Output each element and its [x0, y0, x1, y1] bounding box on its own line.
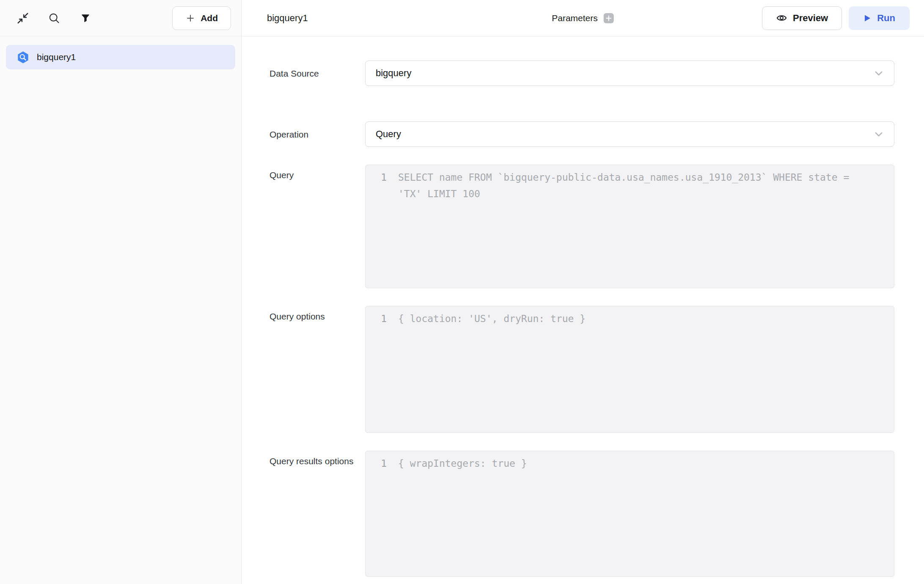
sidebar-toolbar: Add [0, 0, 241, 36]
data-source-select[interactable]: bigquery [365, 61, 894, 86]
query-results-options-row: Query results options 1 { wrapIntegers: … [270, 451, 894, 577]
data-source-value: bigquery [376, 68, 411, 79]
query-item-label: bigquery1 [37, 52, 76, 62]
operation-row: Operation Query [270, 121, 894, 147]
query-form: Data Source bigquery Operation Query [242, 36, 924, 584]
query-results-options-code-editor[interactable]: 1 { wrapIntegers: true } [365, 451, 894, 577]
query-options-code-editor[interactable]: 1 { location: 'US', dryRun: true } [365, 306, 894, 433]
data-source-label: Data Source [270, 61, 357, 86]
parameters-label: Parameters [552, 13, 598, 23]
query-results-options-placeholder-text: { wrapIntegers: true } [398, 455, 527, 472]
query-options-placeholder-text: { location: 'US', dryRun: true } [398, 311, 586, 327]
run-button-label: Run [877, 13, 895, 24]
operation-value: Query [376, 129, 401, 140]
collapse-arrows-icon [16, 12, 29, 25]
query-label: Query [270, 165, 357, 288]
search-button[interactable] [47, 11, 62, 26]
add-parameter-button[interactable] [604, 13, 614, 23]
app-root: Add bigquery1 bigquery1 Parameters [0, 0, 924, 584]
preview-button-label: Preview [793, 13, 828, 24]
query-results-options-label: Query results options [270, 451, 357, 577]
filter-funnel-icon [80, 13, 91, 23]
bigquery-icon [16, 51, 30, 64]
query-code-editor[interactable]: 1 SELECT name FROM `bigquery-public-data… [365, 165, 894, 288]
query-options-label: Query options [270, 306, 357, 433]
line-number: 1 [366, 311, 387, 327]
run-button[interactable]: Run [849, 6, 910, 30]
chevron-down-icon [873, 128, 885, 140]
query-list: bigquery1 [0, 36, 241, 78]
line-number: 1 [366, 169, 387, 186]
operation-label: Operation [270, 121, 357, 147]
plus-icon [185, 13, 195, 23]
operation-select[interactable]: Query [365, 121, 894, 147]
query-row: Query 1 SELECT name FROM `bigquery-publi… [270, 165, 894, 288]
query-list-item-bigquery1[interactable]: bigquery1 [6, 45, 235, 69]
query-placeholder-text: SELECT name FROM `bigquery-public-data.u… [398, 169, 864, 202]
preview-button[interactable]: Preview [762, 6, 842, 30]
parameters-group: Parameters [552, 13, 614, 23]
query-sidebar: Add bigquery1 [0, 0, 242, 584]
eye-icon [776, 12, 787, 24]
search-icon [48, 12, 60, 24]
editor-header: bigquery1 Parameters Preview [242, 0, 924, 36]
play-icon [863, 14, 872, 22]
collapse-panel-button[interactable] [15, 11, 30, 26]
header-actions: Preview Run [762, 6, 910, 30]
query-options-row: Query options 1 { location: 'US', dryRun… [270, 306, 894, 433]
line-number: 1 [366, 455, 387, 472]
data-source-row: Data Source bigquery [270, 61, 894, 86]
add-query-button[interactable]: Add [172, 6, 231, 30]
plus-icon [606, 15, 612, 21]
add-button-label: Add [201, 13, 218, 23]
query-editor-panel: bigquery1 Parameters Preview [242, 0, 924, 584]
query-title: bigquery1 [267, 13, 308, 24]
filter-button[interactable] [78, 11, 93, 26]
chevron-down-icon [873, 67, 885, 79]
